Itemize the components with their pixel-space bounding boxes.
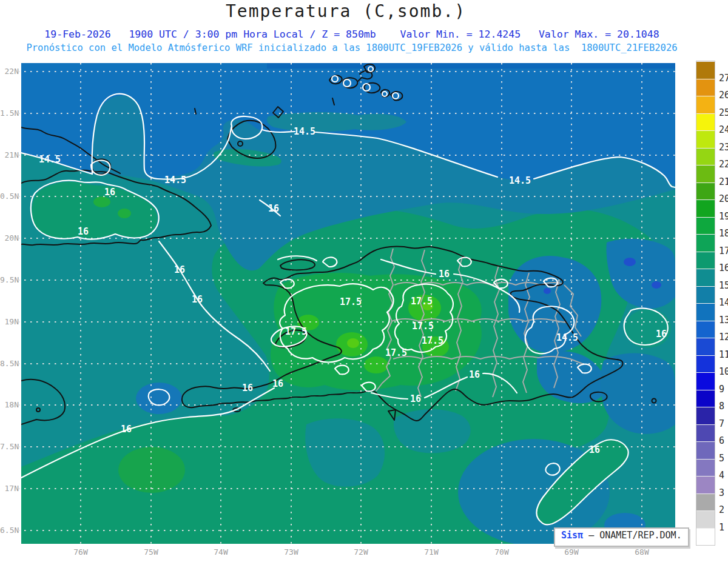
colorbar-label-9: 9	[719, 384, 728, 395]
colorbar-cell	[696, 390, 715, 407]
colorbar-label-23: 23	[719, 142, 728, 153]
colorbar-cell	[696, 96, 715, 113]
colorbar-cell	[696, 441, 715, 459]
colorbar-cell	[696, 234, 715, 252]
colorbar-label-6: 6	[719, 435, 728, 446]
colorbar-label-27: 27	[719, 73, 728, 84]
colorbar-cell	[696, 321, 715, 338]
colorbar-label-21: 21	[719, 176, 728, 187]
weather-map-page: Temperatura (C,somb.) 19-Feb-2026 1900 U…	[0, 0, 728, 562]
colorbar-label-25: 25	[719, 107, 728, 118]
colorbar-label-2: 2	[719, 504, 728, 515]
colorbar-label-18: 18	[719, 228, 728, 239]
colorbar-cell	[696, 79, 715, 96]
contour-label-16: 16	[272, 378, 283, 389]
colorbar-label-15: 15	[719, 280, 728, 291]
colorbar-cell	[696, 113, 715, 131]
contour-label-14.5: 14.5	[164, 175, 186, 186]
colorbar-cell	[696, 476, 715, 493]
contour-label-16: 16	[268, 203, 279, 214]
colorbar-label-20: 20	[719, 193, 728, 204]
model-init-line: Pronóstico con el Modelo Atmósferico WRF…	[0, 42, 704, 53]
contour-label-14.5: 14.5	[294, 126, 315, 137]
colorbar-cell	[696, 303, 715, 321]
credit-org: – ONAMET/REP.DOM.	[583, 530, 682, 541]
colorbar-label-10: 10	[719, 366, 728, 377]
colorbar-label-5: 5	[719, 453, 728, 464]
colorbar-label-4: 4	[719, 470, 728, 481]
contour-label-16: 16	[121, 424, 132, 435]
contour-label-14.5: 14.5	[509, 175, 531, 186]
colorbar-label-24: 24	[719, 124, 728, 135]
contour-label-16: 16	[242, 383, 253, 393]
colorbar-cell	[696, 372, 715, 390]
contour-label-14.5: 14.5	[39, 154, 61, 165]
colorbar-cell	[696, 355, 715, 373]
valid-time-line: 19-Feb-2026 1900 UTC / 3:00 pm Hora Loca…	[0, 28, 704, 40]
contour-label-17.5: 17.5	[412, 321, 434, 332]
contour-label-16: 16	[439, 269, 450, 279]
colorbar-cell	[696, 199, 715, 217]
colorbar-label-16: 16	[719, 263, 728, 273]
colorbar-label-12: 12	[719, 332, 728, 343]
colorbar-label-17: 17	[719, 246, 728, 256]
colorbar-label-1: 1	[719, 522, 728, 533]
page-title: Temperatura (C,somb.)	[0, 1, 692, 21]
colorbar-label-13: 13	[719, 315, 728, 326]
colorbar-label-22: 22	[719, 159, 728, 170]
contour-label-17.5: 17.5	[340, 296, 362, 307]
contour-label-16: 16	[589, 444, 600, 455]
colorbar-cell	[696, 528, 715, 546]
colorbar-cell	[696, 510, 715, 528]
colorbar-cell	[696, 217, 715, 235]
sispi-logo: Sisπ	[561, 530, 583, 541]
colorbar-label-11: 11	[719, 349, 728, 360]
colorbar-cell	[696, 407, 715, 424]
colorbar-cell	[696, 424, 715, 442]
temperature-colorbar	[696, 61, 715, 546]
colorbar-cell	[696, 252, 715, 269]
colorbar-label-14: 14	[719, 297, 728, 308]
credit-box: Sisπ – ONAMET/REP.DOM.	[554, 527, 689, 547]
colorbar-cell	[696, 286, 715, 304]
colorbar-label-19: 19	[719, 211, 728, 222]
colorbar-label-7: 7	[719, 418, 728, 429]
contour-label-14.5: 14.5	[556, 332, 578, 343]
contour-label-17.5: 17.5	[422, 335, 443, 346]
colorbar-label-26: 26	[719, 90, 728, 101]
colorbar-cell	[696, 148, 715, 166]
contour-label-16: 16	[104, 187, 115, 198]
colorbar-cell	[696, 338, 715, 355]
contour-label-16: 16	[410, 393, 421, 404]
contour-label-16: 16	[174, 264, 185, 275]
contour-label-17.5: 17.5	[411, 296, 433, 307]
colorbar-cell	[696, 182, 715, 200]
contour-label-17.5: 17.5	[385, 347, 407, 358]
contour-label-17.5: 17.5	[285, 326, 307, 337]
colorbar-cell	[696, 459, 715, 477]
colorbar-cell	[696, 493, 715, 511]
contour-label-16: 16	[78, 226, 89, 237]
colorbar-label-3: 3	[719, 487, 728, 498]
contour-label-16: 16	[656, 329, 667, 340]
colorbar-cell	[696, 130, 715, 148]
contour-label-16: 16	[192, 294, 203, 305]
colorbar-cell	[696, 165, 715, 182]
colorbar-cell	[696, 61, 715, 79]
colorbar-label-8: 8	[719, 401, 728, 412]
contour-label-16: 16	[469, 369, 480, 380]
colorbar-cell	[696, 269, 715, 286]
